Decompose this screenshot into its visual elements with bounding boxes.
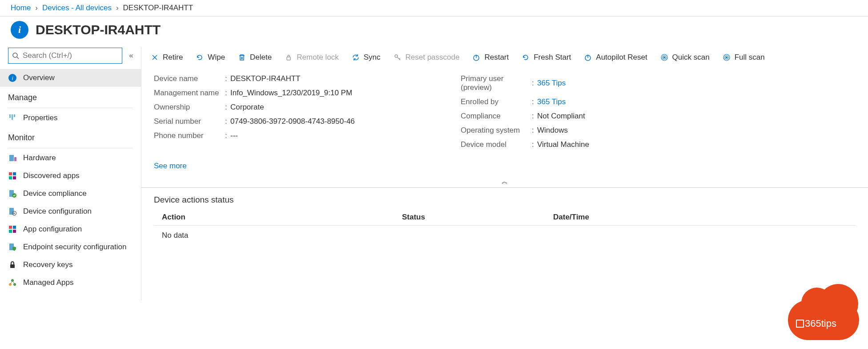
sidebar-item-properties[interactable]: Properties xyxy=(0,109,141,127)
detail-row-ownership: Ownership:Corporate xyxy=(154,100,461,114)
properties-icon xyxy=(8,114,17,122)
info-icon: i xyxy=(11,21,28,39)
sync-button[interactable]: Sync xyxy=(346,51,386,64)
sidebar-item-hardware[interactable]: Hardware xyxy=(0,149,141,167)
x-icon xyxy=(150,53,159,62)
detail-row-compliance: Compliance:Not Compliant xyxy=(461,109,589,123)
toolbar-label: Delete xyxy=(250,53,272,62)
col-action: Action xyxy=(162,213,402,222)
svg-rect-12 xyxy=(13,176,16,179)
svg-rect-7 xyxy=(9,155,14,161)
retire-button[interactable]: Retire xyxy=(145,51,188,64)
see-more-link[interactable]: See more xyxy=(154,162,187,170)
sidebar-item-label: Properties xyxy=(23,114,57,122)
trash-icon xyxy=(237,53,246,62)
sidebar-item-device-compliance[interactable]: Device compliance xyxy=(0,185,141,203)
sidebar-item-overview[interactable]: i Overview xyxy=(0,69,141,87)
lock-icon xyxy=(284,53,293,62)
sidebar-item-app-configuration[interactable]: App configuration xyxy=(0,220,141,238)
toolbar-label: Quick scan xyxy=(672,53,710,62)
sidebar-item-endpoint-security[interactable]: Endpoint security configuration xyxy=(0,238,141,256)
sidebar-item-device-configuration[interactable]: Device configuration xyxy=(0,203,141,220)
detail-label: Ownership xyxy=(154,103,225,112)
table-body-empty: No data xyxy=(154,226,856,245)
detail-row-serial-number: Serial number:0749-3806-3972-0908-4743-8… xyxy=(154,114,461,129)
quick-scan-button[interactable]: Quick scan xyxy=(655,51,715,64)
detail-row-primary-user: Primary user (preview):365 Tips xyxy=(461,72,589,95)
delete-button[interactable]: Delete xyxy=(232,51,277,64)
divider xyxy=(8,108,133,108)
svg-line-1 xyxy=(17,57,19,59)
toolbar-label: Retire xyxy=(163,53,183,62)
sidebar-item-label: Recovery keys xyxy=(23,260,72,269)
detail-label: Enrolled by xyxy=(461,97,532,106)
svg-point-42 xyxy=(726,57,727,58)
breadcrumb-devices[interactable]: Devices - All devices xyxy=(42,4,112,12)
app-config-icon xyxy=(8,225,17,234)
sidebar-item-label: Device compliance xyxy=(23,189,87,198)
svg-rect-4 xyxy=(9,114,11,118)
sidebar-item-recovery-keys[interactable]: Recovery keys xyxy=(0,256,141,274)
radar-icon xyxy=(722,53,731,62)
sidebar-item-label: Discovered apps xyxy=(23,171,80,180)
device-details: Device name:DESKTOP-IR4AHTT Management n… xyxy=(141,68,868,176)
sidebar: « i Overview Manage Properties Monitor H… xyxy=(0,47,141,300)
detail-value: --- xyxy=(230,131,238,140)
sidebar-item-label: App configuration xyxy=(23,225,82,234)
col-status: Status xyxy=(402,213,553,222)
detail-value: DESKTOP-IR4AHTT xyxy=(230,74,300,83)
search-icon xyxy=(12,52,19,59)
detail-value-link[interactable]: 365 Tips xyxy=(537,79,566,88)
shield-icon xyxy=(8,243,17,252)
autopilot-reset-button[interactable]: Autopilot Reset xyxy=(578,51,652,64)
detail-value: Info_Windows_12/30/2019_9:10 PM xyxy=(230,89,352,97)
search-input[interactable] xyxy=(23,51,118,60)
power-icon xyxy=(583,53,592,62)
toolbar-label: Sync xyxy=(364,53,381,62)
managed-apps-icon xyxy=(8,278,17,287)
apps-icon xyxy=(8,171,17,180)
radar-icon xyxy=(660,53,669,62)
toolbar: Retire Wipe Delete Remote lock Sync Rese… xyxy=(141,47,868,68)
sidebar-item-discovered-apps[interactable]: Discovered apps xyxy=(0,167,141,185)
detail-value: Virtual Machine xyxy=(537,140,589,149)
fresh-start-button[interactable]: Fresh Start xyxy=(516,51,576,64)
collapse-sidebar-button[interactable]: « xyxy=(126,51,137,60)
search-input-wrapper[interactable] xyxy=(8,48,122,64)
table-header: Action Status Date/Time xyxy=(154,209,856,226)
detail-row-management-name: Management name:Info_Windows_12/30/2019_… xyxy=(154,86,461,100)
page-header: i DESKTOP-IR4AHTT xyxy=(0,16,868,47)
wipe-button[interactable]: Wipe xyxy=(190,51,230,64)
chevron-right-icon: › xyxy=(116,4,119,12)
breadcrumb-home[interactable]: Home xyxy=(11,4,31,12)
detail-value: Windows xyxy=(537,126,568,135)
detail-row-enrolled-by: Enrolled by:365 Tips xyxy=(461,95,589,109)
toolbar-label: Fresh Start xyxy=(534,53,571,62)
detail-value-link[interactable]: 365 Tips xyxy=(537,97,566,106)
detail-value: 0749-3806-3972-0908-4743-8950-46 xyxy=(230,117,355,126)
detail-value: Corporate xyxy=(230,103,264,112)
detail-label: Device name xyxy=(154,74,225,83)
detail-row-phone-number: Phone number:--- xyxy=(154,129,461,143)
undo-icon xyxy=(195,53,204,62)
svg-text:i: i xyxy=(12,75,13,81)
sidebar-item-label: Endpoint security configuration xyxy=(23,243,126,252)
svg-rect-6 xyxy=(14,114,15,117)
sidebar-item-label: Hardware xyxy=(23,154,56,162)
toolbar-label: Restart xyxy=(484,53,509,62)
detail-value: Not Compliant xyxy=(537,112,585,121)
logo-badge: 365tips xyxy=(788,300,859,300)
toolbar-label: Reset passcode xyxy=(406,53,460,62)
breadcrumb-current: DESKTOP-IR4AHTT xyxy=(123,4,193,12)
svg-point-17 xyxy=(14,213,15,214)
detail-label: Serial number xyxy=(154,117,225,126)
sidebar-item-label: Device configuration xyxy=(23,207,92,216)
full-scan-button[interactable]: Full scan xyxy=(717,51,770,64)
restart-button[interactable]: Restart xyxy=(466,51,514,64)
sidebar-section-manage: Manage xyxy=(0,87,141,105)
svg-rect-21 xyxy=(13,230,16,233)
main-content: Retire Wipe Delete Remote lock Sync Rese… xyxy=(141,47,868,300)
collapse-details-button[interactable]: ︽ xyxy=(141,176,868,187)
svg-rect-5 xyxy=(12,114,13,120)
sidebar-item-managed-apps[interactable]: Managed Apps xyxy=(0,274,141,292)
